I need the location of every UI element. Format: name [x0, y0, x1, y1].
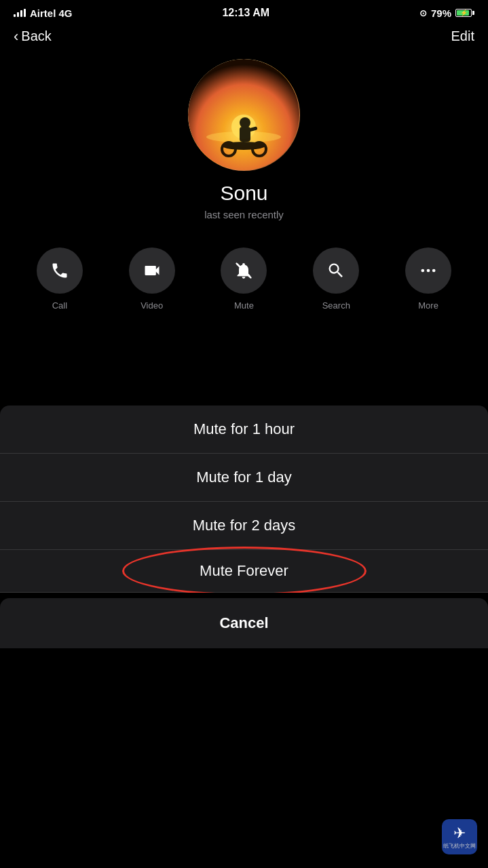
mute-1hour-button[interactable]: Mute for 1 hour [0, 406, 488, 454]
mute-options-sheet: Mute for 1 hour Mute for 1 day Mute for … [0, 406, 488, 593]
action-call[interactable]: Call [37, 248, 83, 311]
location-icon: ⊙ [419, 8, 427, 18]
call-label: Call [52, 300, 67, 311]
carrier-label: Airtel 4G [30, 7, 73, 19]
mute-icon [234, 261, 253, 280]
back-button[interactable]: ‹ Back [14, 28, 52, 44]
watermark: ✈ 纸飞机中文网 [442, 819, 477, 854]
contact-status: last seen recently [204, 209, 284, 220]
mute-forever-label: Mute Forever [200, 562, 288, 580]
action-more[interactable]: More [405, 248, 451, 311]
actions-row: Call Video Mute Search [0, 241, 488, 331]
edit-button[interactable]: Edit [451, 28, 474, 44]
svg-point-12 [427, 269, 430, 273]
mute-label: Mute [234, 300, 254, 311]
cancel-button[interactable]: Cancel [0, 598, 488, 648]
status-bar: Airtel 4G 12:13 AM ⊙ 79% ⚡ [0, 0, 488, 23]
watermark-text: 纸飞机中文网 [443, 844, 476, 850]
search-circle [313, 248, 359, 294]
mute-forever-button[interactable]: Mute Forever [0, 550, 488, 593]
video-circle [129, 248, 175, 294]
avatar-image [188, 59, 300, 171]
more-circle [405, 248, 451, 294]
svg-point-13 [432, 269, 436, 273]
svg-point-11 [421, 269, 425, 273]
call-circle [37, 248, 83, 294]
header: ‹ Back Edit [0, 23, 488, 52]
more-icon [419, 261, 438, 280]
avatar [188, 59, 300, 171]
video-label: Video [140, 300, 163, 311]
svg-point-7 [240, 117, 250, 128]
overlay-dimmed [0, 331, 488, 406]
contact-name: Sonu [220, 182, 267, 205]
more-label: More [418, 300, 438, 311]
search-label: Search [322, 300, 350, 311]
profile-section: Sonu last seen recently [0, 52, 488, 241]
mute-2days-button[interactable]: Mute for 2 days [0, 502, 488, 550]
battery-percent: 79% [431, 7, 451, 19]
paper-plane-icon: ✈ [453, 825, 466, 842]
action-video[interactable]: Video [129, 248, 175, 311]
signal-bars-icon [14, 9, 26, 17]
cancel-sheet: Cancel [0, 598, 488, 648]
video-icon [143, 261, 162, 280]
search-icon [326, 261, 345, 280]
status-left: Airtel 4G [14, 7, 73, 19]
status-right: ⊙ 79% ⚡ [419, 7, 474, 19]
mute-1day-button[interactable]: Mute for 1 day [0, 454, 488, 502]
action-mute[interactable]: Mute [221, 248, 267, 311]
back-chevron-icon: ‹ [14, 29, 18, 44]
back-label: Back [21, 28, 51, 44]
call-icon [50, 261, 69, 280]
battery-icon: ⚡ [455, 9, 474, 17]
time-label: 12:13 AM [222, 7, 269, 19]
mute-circle [221, 248, 267, 294]
action-search[interactable]: Search [313, 248, 359, 311]
